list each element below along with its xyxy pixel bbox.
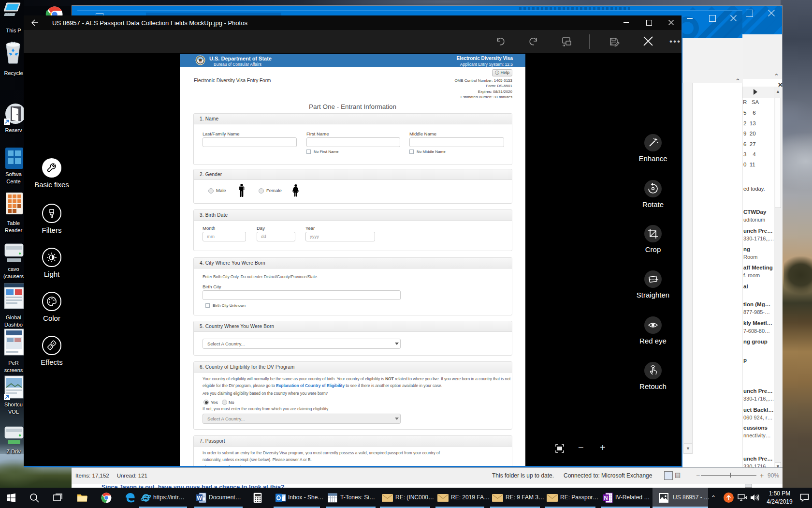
svg-text:N: N — [604, 495, 608, 501]
svg-text:W: W — [197, 495, 202, 501]
